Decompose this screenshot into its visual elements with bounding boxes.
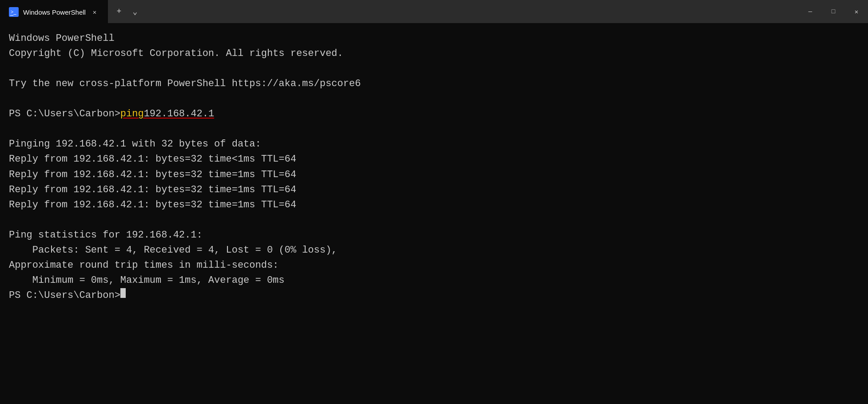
- terminal-reply-4: Reply from 192.168.42.1: bytes=32 time=1…: [9, 198, 859, 213]
- tab-controls: + ⌄: [108, 0, 146, 23]
- tab-close-button[interactable]: ✕: [90, 8, 99, 16]
- ping-command: ping: [120, 107, 144, 122]
- terminal-line-empty-4: [9, 213, 859, 228]
- terminal-stats-rtt: Minimum = 0ms, Maximum = 1ms, Average = …: [9, 273, 859, 288]
- terminal-pinging: Pinging 192.168.42.1 with 32 bytes of da…: [9, 137, 859, 152]
- terminal-body[interactable]: Windows PowerShell Copyright (C) Microso…: [0, 23, 868, 404]
- close-button[interactable]: ✕: [845, 0, 868, 23]
- terminal-reply-3: Reply from 192.168.42.1: bytes=32 time=1…: [9, 182, 859, 198]
- terminal-cursor: [120, 288, 126, 298]
- powershell-icon: _ >_: [9, 7, 19, 17]
- tab-dropdown-button[interactable]: ⌄: [127, 4, 143, 19]
- terminal-stats-packets: Packets: Sent = 4, Received = 4, Lost = …: [9, 243, 859, 258]
- svg-text:>_: >_: [11, 9, 17, 15]
- window-controls: — □ ✕: [799, 0, 868, 23]
- active-tab[interactable]: _ >_ Windows PowerShell ✕: [0, 0, 108, 23]
- maximize-button[interactable]: □: [822, 0, 845, 23]
- terminal-stats-rtt-header: Approximate round trip times in milli-se…: [9, 258, 859, 273]
- minimize-button[interactable]: —: [799, 0, 822, 23]
- terminal-reply-1: Reply from 192.168.42.1: bytes=32 time<1…: [9, 152, 859, 167]
- prompt-prefix-2: PS C:\Users\Carbon>: [9, 288, 120, 303]
- tab-title: Windows PowerShell: [23, 8, 86, 16]
- terminal-reply-2: Reply from 192.168.42.1: bytes=32 time=1…: [9, 167, 859, 182]
- terminal-line-empty-2: [9, 91, 859, 107]
- powershell-window: _ >_ Windows PowerShell ✕ + ⌄ — □ ✕ Wind…: [0, 0, 868, 404]
- terminal-line-2: Copyright (C) Microsoft Corporation. All…: [9, 46, 859, 61]
- terminal-line-empty-1: [9, 61, 859, 76]
- terminal-line-4: Try the new cross-platform PowerShell ht…: [9, 76, 859, 91]
- prompt-prefix-1: PS C:\Users\Carbon>: [9, 107, 120, 122]
- terminal-line-empty-3: [9, 122, 859, 137]
- titlebar: _ >_ Windows PowerShell ✕ + ⌄ — □ ✕: [0, 0, 868, 23]
- new-tab-button[interactable]: +: [111, 4, 127, 19]
- ping-args: 192.168.42.1: [144, 107, 214, 122]
- terminal-line-1: Windows PowerShell: [9, 31, 859, 46]
- titlebar-left: _ >_ Windows PowerShell ✕ + ⌄: [0, 0, 146, 23]
- prompt-line-1: PS C:\Users\Carbon> ping 192.168.42.1: [9, 107, 859, 122]
- prompt-line-2: PS C:\Users\Carbon>: [9, 288, 859, 303]
- terminal-stats-header: Ping statistics for 192.168.42.1:: [9, 228, 859, 243]
